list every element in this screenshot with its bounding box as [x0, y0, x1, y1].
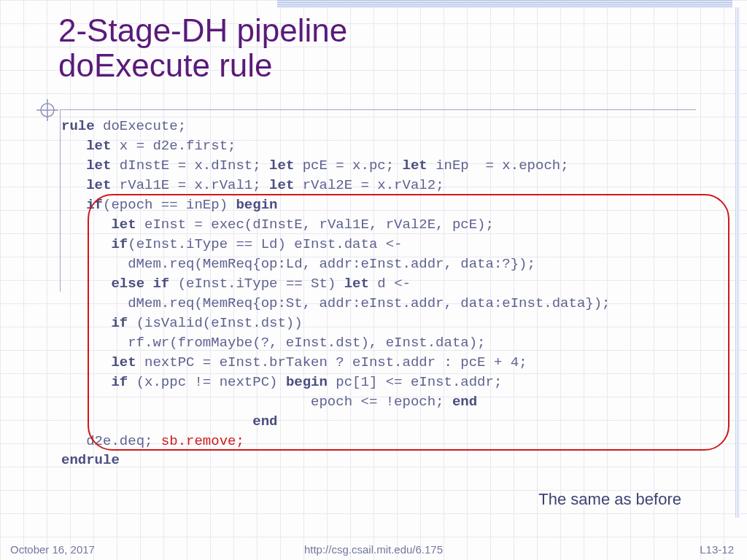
title-underline — [60, 109, 696, 110]
kw-end: end — [452, 394, 477, 410]
kw-let: let — [403, 158, 427, 174]
code-text: pc[1] <= eInst.addr; — [328, 374, 502, 390]
kw-let: let — [86, 177, 111, 193]
code-block: rule doExecute; let x = d2e.first; let d… — [61, 117, 611, 470]
top-decoration-bar — [277, 0, 732, 7]
code-text: rVal1E = x.rVal1; — [111, 177, 269, 193]
kw-if: if — [111, 374, 128, 390]
code-text: nextPC = eInst.brTaken ? eInst.addr : pc… — [136, 354, 527, 370]
code-text: x = d2e.first; — [111, 138, 236, 154]
code-text: d <- — [369, 276, 411, 292]
crosshair-icon — [36, 99, 58, 121]
code-text: pcE = x.pc; — [294, 158, 402, 174]
kw-end: end — [252, 413, 277, 429]
title-vertical-line — [60, 109, 61, 292]
title-line-2: doExecute rule — [58, 47, 273, 83]
slide-footer: October 16, 2017 http://csg.csail.mit.ed… — [0, 540, 747, 560]
footer-url: http://csg.csail.mit.edu/6.175 — [0, 543, 747, 556]
kw-let: let — [111, 354, 136, 370]
annotation-note: The same as before — [538, 490, 681, 509]
code-text: (eInst.iType == St) — [169, 276, 344, 292]
kw-let: let — [111, 217, 136, 233]
kw-else-if: else if — [111, 276, 169, 292]
kw-endrule: endrule — [61, 452, 120, 468]
code-text: d2e.deq; — [86, 433, 161, 449]
kw-let: let — [344, 276, 369, 292]
kw-let: let — [86, 158, 111, 174]
kw-if: if — [111, 315, 128, 331]
code-text: dInstE = x.dInst; — [111, 158, 269, 174]
code-text: epoch <= !epoch; — [311, 394, 452, 410]
code-text: dMem.req(MemReq{op:Ld, addr:eInst.addr, … — [128, 256, 535, 272]
title-line-1: 2-Stage-DH pipeline — [58, 12, 347, 48]
slide-body: 2-Stage-DH pipeline doExecute rule rule … — [15, 13, 725, 540]
code-text: rf.wr(fromMaybe(?, eInst.dst), eInst.dat… — [128, 335, 485, 351]
kw-begin: begin — [236, 197, 277, 213]
code-highlight-red: sb.remove; — [161, 433, 244, 449]
kw-if: if — [111, 236, 128, 252]
code-text: dMem.req(MemReq{op:St, addr:eInst.addr, … — [128, 295, 610, 311]
footer-page-number: L13-12 — [700, 543, 734, 556]
code-text: (x.ppc != nextPC) — [128, 374, 286, 390]
kw-if: if — [86, 197, 103, 213]
kw-begin: begin — [286, 374, 328, 390]
code-text: inEp = x.epoch; — [427, 158, 569, 174]
right-decoration-bar — [735, 7, 740, 518]
code-text: eInst = exec(dInstE, rVal1E, rVal2E, pcE… — [136, 217, 494, 233]
kw-let: let — [269, 158, 294, 174]
kw-rule: rule — [61, 118, 95, 134]
slide-title: 2-Stage-DH pipeline doExecute rule — [58, 13, 725, 82]
code-text: (eInst.iType == Ld) eInst.data <- — [128, 236, 402, 252]
code-text: rVal2E = x.rVal2; — [294, 177, 444, 193]
code-text: (epoch == inEp) — [103, 197, 236, 213]
kw-let: let — [269, 177, 294, 193]
kw-let: let — [86, 138, 111, 154]
code-text: doExecute; — [95, 118, 186, 134]
code-text: (isValid(eInst.dst)) — [128, 315, 302, 331]
